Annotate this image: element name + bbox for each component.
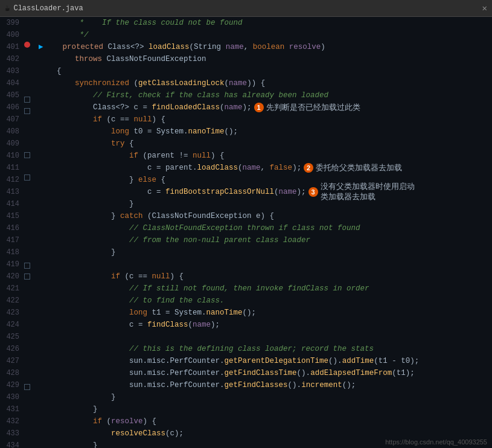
annotation-text-1: 先判断是否已经加载过此类	[266, 101, 360, 114]
code-line-426: // this is the defining class loader; re…	[39, 343, 492, 355]
code-line-401: ▶ protected Class<?> loadClass(String na…	[39, 41, 492, 53]
code-content: * If the class could not be found */ ▶ p…	[34, 17, 492, 448]
breakpoint-column	[22, 17, 34, 448]
code-line-431: }	[39, 403, 492, 415]
code-line-418: }	[39, 246, 492, 258]
breakpoint-box	[24, 263, 30, 269]
breakpoint-box	[24, 274, 30, 280]
code-line-399: * If the class could not be found	[39, 17, 492, 29]
code-line-400: */	[39, 29, 492, 41]
code-line-403: {	[39, 65, 492, 77]
code-line-424: c = findClass(name);	[39, 319, 492, 331]
breakpoint-box	[24, 174, 30, 181]
breakpoint-box	[24, 97, 30, 103]
code-line-414: }	[39, 198, 492, 210]
code-line-410: if (parent != null) {	[39, 150, 492, 162]
annotation-badge-1: 1	[254, 103, 264, 112]
breakpoint-box	[24, 384, 30, 390]
code-line-419	[39, 258, 492, 270]
annotation-badge-3: 3	[308, 187, 318, 197]
code-line-407: if (c == null) {	[39, 114, 492, 126]
tab-title[interactable]: ClassLoader.java	[13, 4, 83, 13]
code-line-413: c = findBootstrapClassOrNull(name); 3 没有…	[39, 186, 492, 198]
footer-url: https://blog.csdn.net/qq_40093255	[385, 438, 487, 446]
code-line-412: } else {	[39, 174, 492, 186]
code-line-427: sun.misc.PerfCounter.getParentDelegation…	[39, 355, 492, 367]
code-line-421: // If still not found, then invoke findC…	[39, 283, 492, 295]
code-line-422: // to find the class.	[39, 295, 492, 307]
breakpoint-box	[24, 152, 30, 158]
code-line-409: try {	[39, 138, 492, 150]
title-bar: ☕ ClassLoader.java ✕	[0, 0, 492, 17]
editor-area: 399 400 401 402 403 404 405 406 407 408 …	[0, 17, 492, 448]
code-line-428: sun.misc.PerfCounter.getFindClassTime().…	[39, 367, 492, 379]
code-line-405: // First, check if the class has already…	[39, 89, 492, 101]
breakpoint-dot	[24, 42, 30, 48]
close-button[interactable]: ✕	[482, 3, 487, 13]
code-line-408: long t0 = System.nanoTime();	[39, 126, 492, 138]
code-line-416: // ClassNotFoundException thrown if clas…	[39, 222, 492, 234]
debug-arrow-icon: ▶	[39, 41, 43, 53]
code-line-420: if (c == null) {	[39, 270, 492, 283]
code-line-404: synchronized (getClassLoadingLock(name))…	[39, 77, 492, 89]
file-icon: ☕	[5, 3, 10, 13]
code-line-432: if (resolve) {	[39, 415, 492, 427]
code-line-417: // from the non-null parent class loader	[39, 234, 492, 246]
annotation-text-2: 委托给父类加载器去加载	[316, 162, 402, 174]
code-line-433: resolveClass(c);	[39, 427, 492, 440]
code-line-425	[39, 331, 492, 343]
code-line-406: Class<?> c = findLoadedClass(name); 1 先判…	[39, 101, 492, 114]
code-line-415: } catch (ClassNotFoundException e) {	[39, 210, 492, 222]
code-line-411: c = parent.loadClass(name, false); 2 委托给…	[39, 162, 492, 174]
code-line-423: long t1 = System.nanoTime();	[39, 307, 492, 319]
code-line-430: }	[39, 391, 492, 403]
breakpoint-box	[24, 108, 30, 114]
editor-window: ☕ ClassLoader.java ✕ 399 400 401 402 403…	[0, 0, 492, 448]
code-line-402: throws ClassNotFoundException	[39, 53, 492, 65]
line-numbers: 399 400 401 402 403 404 405 406 407 408 …	[0, 17, 22, 448]
annotation-badge-2: 2	[304, 163, 313, 173]
code-line-429: sun.misc.PerfCounter.getFindClasses().in…	[39, 379, 492, 391]
